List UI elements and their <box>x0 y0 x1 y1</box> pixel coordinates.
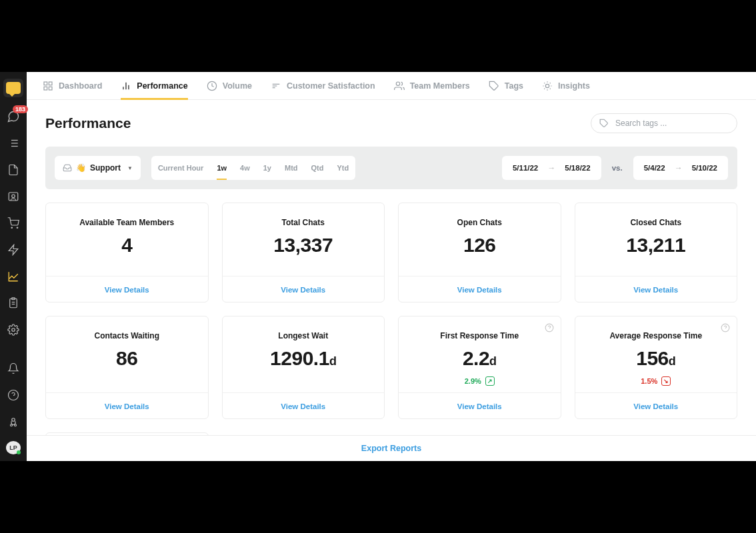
svg-line-37 <box>544 83 545 83</box>
bot-icon <box>7 416 19 428</box>
svg-point-18 <box>12 418 15 422</box>
metric-value: 2.2d <box>408 347 551 370</box>
channel-emoji: 👋 <box>76 163 86 173</box>
dashboard-icon <box>43 81 53 91</box>
info-icon[interactable] <box>721 323 730 332</box>
sidebar-settings[interactable] <box>5 322 21 337</box>
export-reports-button[interactable]: Export Reports <box>27 435 756 461</box>
tab-label: Customer Satisfaction <box>287 81 375 91</box>
analytics-icon <box>7 270 19 282</box>
tab-volume[interactable]: Volume <box>207 72 252 100</box>
main-panel: Dashboard Performance Volume Customer Sa… <box>27 72 756 461</box>
sidebar-notifications[interactable] <box>5 361 21 376</box>
range-4w[interactable]: 4w <box>233 156 257 180</box>
tab-performance[interactable]: Performance <box>121 72 187 100</box>
metric-card: Longest Wait 1290.1d View Details <box>222 316 385 419</box>
date-start: 5/4/22 <box>644 164 665 172</box>
gear-icon <box>7 324 19 336</box>
caret-down-icon: ▼ <box>127 165 133 171</box>
bolt-icon <box>7 244 19 256</box>
svg-point-9 <box>17 227 18 229</box>
delta-indicator: 1.5%↘ <box>585 376 728 386</box>
sidebar-active-chats[interactable] <box>3 79 23 97</box>
bell-icon <box>7 362 19 374</box>
performance-icon <box>121 81 131 91</box>
view-details-link[interactable]: View Details <box>457 286 502 294</box>
insights-icon <box>542 81 553 91</box>
metric-title: Open Chats <box>408 218 551 227</box>
analytics-tabs: Dashboard Performance Volume Customer Sa… <box>27 72 756 100</box>
sidebar-help[interactable] <box>5 388 21 402</box>
view-details-link[interactable]: View Details <box>105 402 149 410</box>
tab-team[interactable]: Team Members <box>394 72 470 100</box>
view-details-link[interactable]: View Details <box>633 286 678 294</box>
info-icon[interactable] <box>545 323 554 332</box>
view-details-link[interactable]: View Details <box>457 402 502 410</box>
tab-label: Insights <box>558 81 590 91</box>
tab-dashboard[interactable]: Dashboard <box>43 72 102 100</box>
metric-title: Available Team Members <box>55 218 199 227</box>
clipboard-icon <box>7 297 19 309</box>
team-icon <box>394 81 405 91</box>
metric-title: Longest Wait <box>232 331 375 340</box>
view-details-link[interactable]: View Details <box>105 286 149 294</box>
svg-line-42 <box>550 83 551 83</box>
notification-badge: 183 <box>13 105 28 113</box>
range-ytd[interactable]: Ytd <box>331 156 356 180</box>
user-avatar[interactable]: LP <box>6 441 21 454</box>
sidebar-bot[interactable] <box>5 414 21 429</box>
delta-down-icon: ↘ <box>661 376 671 386</box>
metric-card: First Response Time 2.2d 2.9%↗ View Deta… <box>398 316 561 419</box>
tab-label: Volume <box>223 81 252 91</box>
metric-card: Average Response Time 156d 1.5%↘ View De… <box>575 316 738 419</box>
search-tags[interactable] <box>591 113 737 133</box>
volume-icon <box>207 81 217 91</box>
svg-point-20 <box>15 424 17 426</box>
svg-point-16 <box>9 390 19 400</box>
sidebar-contacts[interactable] <box>5 189 21 204</box>
range-1y[interactable]: 1y <box>257 156 278 180</box>
tag-icon <box>489 81 499 91</box>
channel-label-text: Support <box>90 163 121 173</box>
metric-title: Total Chats <box>232 218 375 227</box>
sidebar-docs[interactable] <box>5 163 21 177</box>
sidebar-clipboard[interactable] <box>5 296 21 310</box>
metric-title: Average Response Time <box>585 331 728 340</box>
arrow-right-icon: → <box>675 163 683 173</box>
view-details-link[interactable]: View Details <box>281 286 325 294</box>
date-start: 5/11/22 <box>513 164 538 172</box>
svg-point-7 <box>12 195 15 198</box>
range-qtd[interactable]: Qtd <box>305 156 331 180</box>
global-sidebar: 183 <box>0 72 27 461</box>
tab-tags[interactable]: Tags <box>489 72 523 100</box>
range-mtd[interactable]: Mtd <box>278 156 305 180</box>
tab-label: Tags <box>505 81 523 91</box>
date-end: 5/10/22 <box>692 164 717 172</box>
sidebar-orders[interactable] <box>5 216 21 231</box>
svg-line-38 <box>550 88 551 89</box>
sidebar-automation[interactable] <box>5 243 21 257</box>
filter-bar: 👋 Support ▼ Current Hour 1w 4w 1y Mtd Qt… <box>45 147 737 189</box>
tab-insights[interactable]: Insights <box>542 72 590 100</box>
primary-date-range[interactable]: 5/11/22 → 5/18/22 <box>502 156 601 180</box>
svg-marker-10 <box>9 245 18 255</box>
metric-title: Contacts Waiting <box>55 331 199 340</box>
range-current-hour[interactable]: Current Hour <box>151 156 210 180</box>
svg-rect-23 <box>49 87 52 90</box>
tab-csat[interactable]: Customer Satisfaction <box>271 72 375 100</box>
metric-card: Open Chats 126 View Details <box>398 203 561 302</box>
range-1w[interactable]: 1w <box>210 156 233 180</box>
metric-value: 1290.1d <box>232 347 375 370</box>
sidebar-list[interactable] <box>5 136 21 151</box>
view-details-link[interactable]: View Details <box>633 402 678 410</box>
search-input[interactable] <box>615 119 729 128</box>
svg-point-34 <box>545 84 549 87</box>
delta-up-icon: ↗ <box>485 376 495 386</box>
comparison-date-range[interactable]: 5/4/22 → 5/10/22 <box>633 156 728 180</box>
sidebar-conversations[interactable]: 183 <box>5 109 21 124</box>
sidebar-analytics[interactable] <box>5 269 21 284</box>
metric-card: Closed Chats 13,211 View Details <box>575 203 738 302</box>
channel-select[interactable]: 👋 Support ▼ <box>55 156 141 180</box>
list-icon <box>7 137 19 149</box>
view-details-link[interactable]: View Details <box>281 402 325 410</box>
